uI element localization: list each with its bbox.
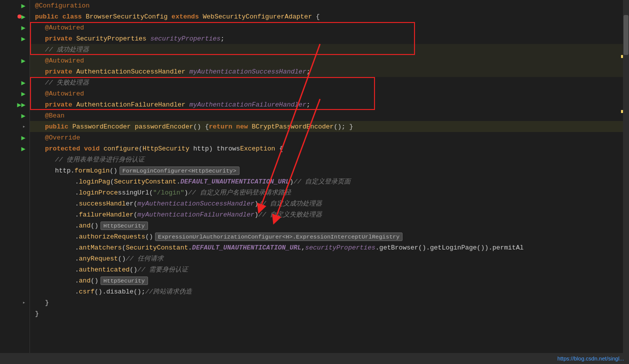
field-failure-ref: myAuthenticationFailureHandler bbox=[138, 211, 254, 218]
dot-12: . bbox=[75, 266, 79, 274]
gutter-15 bbox=[0, 154, 30, 165]
ann-override: @Override bbox=[45, 134, 80, 142]
field-default-url-2: DEFAULT_UNAUTHENTICATION_URL bbox=[192, 244, 301, 252]
run-icon-8: ▶ bbox=[22, 78, 26, 87]
method-antmatchers: antMatchers bbox=[79, 244, 122, 252]
gutter-21 bbox=[0, 220, 30, 231]
gutter-23 bbox=[0, 242, 30, 253]
run-icon-6: ▶ bbox=[22, 56, 26, 65]
semicolon-1: ; bbox=[220, 35, 224, 42]
dot-11: . bbox=[75, 255, 79, 262]
code-line-25: . authenticated () // 需要身份认证 bbox=[30, 264, 629, 275]
type-secprops: SecurityProperties bbox=[76, 35, 146, 42]
dot-7: . bbox=[75, 222, 79, 230]
scrollbar-thumb[interactable] bbox=[624, 15, 628, 55]
comment-failure: // 失败处理器 bbox=[45, 78, 89, 87]
gutter-4: ▶ bbox=[0, 33, 30, 44]
gutter-13: ▶ bbox=[0, 132, 30, 143]
method-configure: configure bbox=[104, 145, 138, 152]
type-httpsecurity: HttpSecurity bbox=[142, 145, 190, 152]
editor-container: ▶ ▶ ▶ ▶ ▶ ▶ ▶ ▶▶ ▶ ▸ ▶ ▶ bbox=[0, 0, 629, 364]
run-icon-11: ▶ bbox=[22, 112, 26, 120]
run-icon-2: ▶ bbox=[22, 12, 26, 21]
code-line-10: private AuthenticationFailureHandler myA… bbox=[30, 99, 629, 110]
dot-3: . bbox=[176, 178, 180, 186]
dot-1: . bbox=[70, 167, 74, 174]
dot-9: . bbox=[75, 244, 79, 252]
method-anyrequest: anyRequest bbox=[79, 255, 118, 262]
code-line-21: . and () HttpSecurity bbox=[30, 220, 629, 231]
gutter-7 bbox=[0, 66, 30, 77]
method-failurehandler: failureHandler bbox=[79, 211, 134, 218]
code-line-14: protected void configure ( HttpSecurity … bbox=[30, 143, 629, 154]
code-line-23: . antMatchers ( SecurityConstant . DEFAU… bbox=[30, 242, 629, 253]
dot-4: . bbox=[75, 189, 79, 196]
code-line-6: @Autowired bbox=[30, 55, 629, 66]
code-line-4: private SecurityProperties securityPrope… bbox=[30, 33, 629, 44]
gutter-11: ▶ bbox=[0, 110, 30, 121]
parens-2: (); } bbox=[334, 123, 353, 130]
code-line-2: public class BrowserSecurityConfig exten… bbox=[30, 11, 629, 22]
popup-expressionurl: ExpressionUrlAuthorizationConfigurer<H>.… bbox=[155, 232, 402, 241]
fold-icon-12[interactable]: ▸ bbox=[22, 124, 26, 130]
code-line-15: // 使用表单登录进行身份认证 bbox=[30, 154, 629, 165]
fold-icon-28[interactable]: ▸ bbox=[22, 300, 26, 306]
csdn-url[interactable]: https://blog.csdn.net/singl... bbox=[558, 356, 624, 362]
method-loginpage: loginPag bbox=[79, 178, 110, 186]
breakpoint-icon bbox=[18, 14, 22, 18]
ann-autowired-3: @Autowired bbox=[45, 90, 84, 98]
throws: ) throws bbox=[209, 145, 240, 152]
field-secprops: securityProperties bbox=[150, 35, 220, 42]
code-line-29: } bbox=[30, 308, 629, 319]
gutter-24 bbox=[0, 253, 30, 264]
semicolon-3: ; bbox=[306, 101, 310, 108]
gutter-20 bbox=[0, 209, 30, 220]
method-authorizereq: authorizeRequests bbox=[79, 233, 146, 240]
run-icon-9: ▶ bbox=[22, 90, 26, 98]
field-failure-handler: myAuthenticationFailureHandler bbox=[190, 101, 306, 108]
annotation-configuration: @Configuration bbox=[35, 2, 90, 10]
gutter-14: ▶ bbox=[0, 143, 30, 154]
parens-and-2: () bbox=[90, 277, 98, 284]
code-line-5: // 成功处理器 bbox=[30, 44, 629, 55]
brace-class-close: } bbox=[35, 310, 39, 318]
comment-formlogin: // 使用表单登录进行身份认证 bbox=[55, 155, 144, 164]
gutter-18 bbox=[0, 187, 30, 198]
rp2: ) bbox=[184, 189, 188, 196]
rp3: ) bbox=[254, 200, 258, 208]
kw-void: void bbox=[84, 145, 100, 152]
type-pwencoder: PasswordEncoder bbox=[72, 123, 131, 130]
kw-class: class bbox=[62, 13, 82, 20]
rp4: ) bbox=[254, 211, 258, 218]
kw-new: new bbox=[236, 123, 248, 130]
method-and-1: and bbox=[79, 222, 90, 230]
field-success-handler: myAuthenticationSuccessHandler bbox=[190, 68, 306, 76]
type-bcrypt: BCryptPasswordEncoder bbox=[252, 123, 334, 130]
brace-method-close: } bbox=[45, 299, 49, 306]
code-content[interactable]: @Configuration public class BrowserSecur… bbox=[30, 0, 629, 364]
string-login: "/login" bbox=[153, 189, 184, 196]
brace-open: { bbox=[316, 13, 320, 20]
semicolon-2: ; bbox=[306, 68, 310, 76]
parens-auth-2: () bbox=[130, 266, 138, 274]
kw-private-3: private bbox=[45, 101, 72, 108]
param-http: http bbox=[194, 145, 209, 152]
gutter-16 bbox=[0, 165, 30, 176]
field-success-ref: myAuthenticationSuccessHandler bbox=[138, 200, 254, 208]
dot-14: . bbox=[75, 288, 79, 296]
comment-csrf: //跨站请求伪造 bbox=[145, 287, 192, 296]
parens-any: () bbox=[118, 255, 126, 262]
kw-private-2: private bbox=[45, 68, 72, 76]
gutter-19 bbox=[0, 198, 30, 209]
code-line-22: . authorizeRequests () ExpressionUrlAuth… bbox=[30, 231, 629, 242]
comment-loginpage: // 自定义登录页面 bbox=[294, 177, 350, 186]
line-number-gutter: ▶ ▶ ▶ ▶ ▶ ▶ ▶ ▶▶ ▶ ▸ ▶ ▶ bbox=[0, 0, 30, 364]
run-icon-13: ▶ bbox=[22, 134, 26, 142]
scrollbar-track[interactable] bbox=[623, 0, 629, 364]
field-secprops-ref: securityProperties bbox=[305, 244, 375, 252]
code-line-8: // 失败处理器 bbox=[30, 77, 629, 88]
ann-autowired-2: @Autowired bbox=[45, 57, 84, 64]
method-csrf: csrf bbox=[79, 288, 94, 296]
dot-5: . bbox=[75, 200, 79, 208]
gutter-2: ▶ bbox=[0, 11, 30, 22]
